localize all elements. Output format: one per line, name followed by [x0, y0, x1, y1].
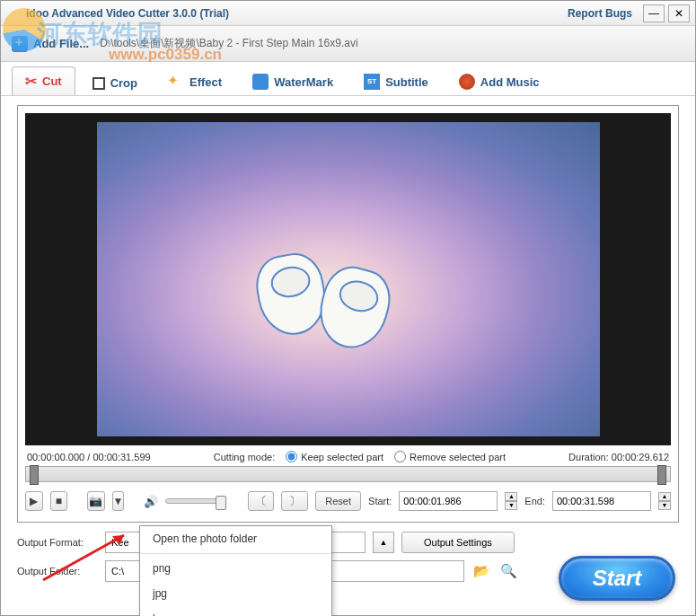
tab-cut-label: Cut: [42, 75, 62, 88]
window-title: idoo Advanced Video Cutter 3.0.0 (Trial): [26, 7, 229, 20]
snapshot-button[interactable]: 📷: [87, 491, 105, 511]
volume-icon[interactable]: 🔊: [144, 495, 158, 508]
tab-crop-label: Crop: [110, 76, 137, 90]
subtitle-icon: ST: [364, 74, 380, 90]
preview-frame: [97, 122, 600, 436]
minimize-button[interactable]: —: [643, 4, 665, 22]
tab-add-music-label: Add Music: [480, 75, 540, 89]
timeline-end-handle[interactable]: [657, 465, 666, 485]
titlebar: idoo Advanced Video Cutter 3.0.0 (Trial)…: [1, 1, 695, 26]
snapshot-dropdown-button[interactable]: ▼: [112, 491, 125, 511]
music-icon: [459, 74, 475, 90]
output-settings-button[interactable]: Output Settings: [401, 532, 515, 553]
open-folder-button[interactable]: 🔍: [498, 561, 518, 581]
crop-icon: [93, 77, 105, 90]
file-path: D:\tools\桌面\新视频\Baby 2 - First Step Main…: [100, 36, 357, 51]
bracket-start-button[interactable]: 〔: [248, 491, 275, 511]
position-time: 00:00:00.000 / 00:00:31.599: [27, 452, 151, 462]
playback-controls: ▶ ■ 📷 ▼ 🔊 〔 〕 Reset Start: ▲▼ End: ▲▼: [25, 488, 671, 515]
duration-display: Duration: 00:00:29.612: [568, 452, 669, 462]
tab-subtitle-label: Subtitle: [385, 75, 428, 89]
start-button[interactable]: Start: [559, 556, 675, 601]
snapshot-png[interactable]: png: [140, 556, 331, 581]
snapshot-jpg[interactable]: jpg: [140, 581, 331, 606]
start-label: Start:: [368, 496, 392, 506]
output-format-dropdown[interactable]: ▲: [373, 532, 394, 553]
main-window: 河东软件园 www.pc0359.cn idoo Advanced Video …: [0, 0, 696, 616]
cutting-mode-label: Cutting mode:: [214, 452, 275, 462]
keep-selected-radio[interactable]: Keep selected part: [286, 451, 383, 462]
tabs-bar: ✂ Cut Crop ✦ Effect WaterMark ST Subtitl…: [1, 62, 695, 96]
end-time-spinner[interactable]: ▲▼: [658, 492, 671, 510]
preview-content: [311, 260, 397, 356]
output-format-label: Output Format:: [17, 537, 98, 548]
video-preview[interactable]: [25, 113, 671, 445]
end-label: End:: [524, 496, 545, 506]
snapshot-open-folder[interactable]: Open the photo folder: [140, 526, 331, 551]
snapshot-menu: Open the photo folder png jpg bmp: [139, 525, 332, 616]
effect-icon: ✦: [168, 74, 184, 90]
tab-watermark[interactable]: WaterMark: [239, 67, 347, 95]
timeline-slider[interactable]: [25, 466, 671, 482]
file-toolbar: Add File... D:\tools\桌面\新视频\Baby 2 - Fir…: [1, 26, 695, 62]
logo-watermark: [3, 8, 46, 51]
tab-crop[interactable]: Crop: [79, 70, 151, 95]
stop-button[interactable]: ■: [50, 491, 68, 511]
output-folder-label: Output Folder:: [17, 566, 98, 576]
report-bugs-link[interactable]: Report Bugs: [568, 7, 632, 20]
reset-button[interactable]: Reset: [315, 491, 361, 511]
start-time-input[interactable]: [399, 491, 498, 511]
bracket-end-button[interactable]: 〕: [281, 491, 308, 511]
watermark-icon: [252, 74, 269, 90]
volume-slider[interactable]: [165, 498, 225, 504]
preview-content: [251, 249, 330, 340]
video-panel: 00:00:00.000 / 00:00:31.599 Cutting mode…: [17, 105, 679, 523]
end-time-input[interactable]: [552, 491, 651, 511]
tab-watermark-label: WaterMark: [274, 75, 333, 89]
remove-selected-radio[interactable]: Remove selected part: [394, 451, 506, 462]
video-info-row: 00:00:00.000 / 00:00:31.599 Cutting mode…: [25, 445, 671, 464]
scissors-icon: ✂: [25, 73, 37, 90]
tab-subtitle[interactable]: ST Subtitle: [350, 67, 442, 95]
close-button[interactable]: ✕: [668, 4, 690, 22]
start-time-spinner[interactable]: ▲▼: [505, 492, 517, 510]
snapshot-bmp[interactable]: bmp: [140, 606, 331, 616]
browse-folder-button[interactable]: 📂: [471, 561, 491, 581]
tab-cut[interactable]: ✂ Cut: [12, 66, 75, 95]
tab-effect[interactable]: ✦ Effect: [154, 67, 235, 95]
timeline-start-handle[interactable]: [30, 465, 39, 485]
tab-effect-label: Effect: [189, 75, 222, 89]
play-button[interactable]: ▶: [25, 491, 43, 511]
tab-add-music[interactable]: Add Music: [445, 67, 553, 95]
